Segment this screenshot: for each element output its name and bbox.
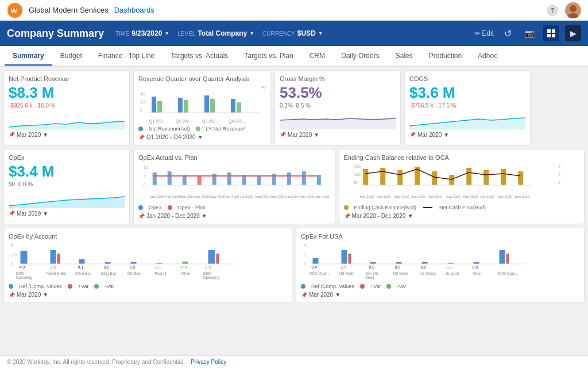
widget-row-3: OpEx by Account 5 2.5 0 4.0 2.5 0.1 <box>3 228 585 303</box>
opex-plan-legend: OpEx OpEx - Plan <box>138 205 330 210</box>
level-control[interactable]: LEVEL Total Company ▼ <box>177 29 254 37</box>
svg-text:Nov 2020: Nov 2020 <box>300 195 315 198</box>
tab-targets-actuals[interactable]: Targets vs. Actuals <box>163 47 236 66</box>
svg-rect-14 <box>184 100 188 113</box>
legend-cash-bud <box>344 205 349 210</box>
grid-view-button[interactable] <box>543 25 559 41</box>
svg-rect-18 <box>237 102 241 113</box>
revenue-quarter-legend: Net Revenue(Act) LY Net Revenue* <box>138 126 266 132</box>
svg-text:West: West <box>366 275 374 279</box>
revenue-quarter-title: Revenue Quarter over Quarter Analysis <box>138 75 266 82</box>
tab-crm[interactable]: CRM <box>301 47 333 66</box>
svg-text:120: 120 <box>354 172 361 177</box>
refresh-button[interactable]: ↺ <box>500 25 516 41</box>
time-label: TIME <box>115 30 129 37</box>
widget-revenue-quarter: Revenue Quarter over Quarter Analysis 40… <box>133 70 271 145</box>
svg-text:0.0: 0.0 <box>369 265 375 269</box>
svg-text:40: 40 <box>140 92 145 96</box>
ending-cash-filter[interactable]: 📌 Mar 2020 - Dec 2020 ▼ <box>344 213 579 219</box>
currency-control[interactable]: CURRENCY $USD ▼ <box>262 29 323 37</box>
dashboards-link[interactable]: Dashboards <box>114 6 154 14</box>
svg-text:0.0: 0.0 <box>130 265 136 269</box>
opex-usa-title: OpEx For USA <box>301 233 579 240</box>
tab-targets-plan[interactable]: Targets vs. Plan <box>236 47 301 66</box>
svg-rect-28 <box>168 171 172 185</box>
svg-rect-11 <box>152 97 156 113</box>
tab-sales[interactable]: Sales <box>388 47 421 66</box>
video-button[interactable]: ▶ <box>565 25 581 41</box>
svg-text:Office Exp: Office Exp <box>75 271 92 276</box>
level-value: Total Company <box>198 29 247 37</box>
svg-rect-15 <box>204 95 209 113</box>
opex-plan-filter[interactable]: 📌 Jan 2020 - Dec 2020 ▼ <box>138 213 330 219</box>
net-product-revenue-delta: -$926.6 k -10.0 % <box>9 102 125 109</box>
svg-rect-67 <box>518 171 523 185</box>
svg-rect-130 <box>506 254 509 264</box>
svg-text:6000: 6000 <box>203 271 212 275</box>
header-actions: ✏ Edit ↺ 📷 ▶ <box>475 25 581 41</box>
svg-rect-6 <box>547 34 551 37</box>
svg-text:160: 160 <box>354 164 361 168</box>
edit-button[interactable]: ✏ Edit <box>475 29 494 37</box>
svg-text:Mar 2020: Mar 2020 <box>180 195 195 198</box>
filter-dropdown-icon: ▼ <box>202 213 207 219</box>
widget-opex-by-account: OpEx by Account 5 2.5 0 4.0 2.5 0.1 <box>3 228 292 303</box>
filter-dropdown-icon: ▼ <box>42 132 48 138</box>
opex-chart <box>9 190 125 208</box>
widget-gross-margin: Gross Margin % 53.5% 0.2% 0.5 % 📌 Mar 20… <box>274 70 401 145</box>
company-name: Global Modern Services <box>29 6 109 14</box>
revenue-quarter-filter[interactable]: 📌 Q1 2020 - Q4 2020 ▼ <box>138 134 266 140</box>
tab-adhoc[interactable]: Adhoc <box>470 47 505 66</box>
opex-filter[interactable]: 📌 Mar 2019 ▼ <box>9 210 125 217</box>
legend-ref-comp-usa <box>301 284 305 289</box>
gross-margin-value: 53.5% <box>280 85 396 101</box>
legend-ref-comp <box>9 284 13 289</box>
svg-text:Aug 2020: Aug 2020 <box>446 195 461 198</box>
opex-value: $3.4 M <box>9 163 125 180</box>
footer-privacy-link[interactable]: Privacy Policy <box>191 359 226 365</box>
legend-neg-var-usa <box>386 284 391 289</box>
svg-text:Dec 2020: Dec 2020 <box>315 195 330 198</box>
svg-text:0.0: 0.0 <box>473 265 478 269</box>
svg-rect-30 <box>198 176 202 185</box>
gross-margin-filter[interactable]: 📌 Mar 2020 ▼ <box>280 132 396 138</box>
tab-production[interactable]: Production <box>421 47 470 66</box>
camera-button[interactable]: 📷 <box>521 25 537 41</box>
svg-text:6000 Oper...: 6000 Oper... <box>498 271 519 276</box>
help-icon[interactable]: ? <box>547 5 558 16</box>
svg-rect-38 <box>317 175 321 185</box>
legend-opex <box>138 205 143 210</box>
svg-text:Payroll: Payroll <box>155 271 167 276</box>
svg-rect-12 <box>157 101 162 113</box>
svg-rect-87 <box>79 259 85 264</box>
svg-rect-117 <box>349 254 351 264</box>
tab-summary[interactable]: Summary <box>5 47 52 66</box>
svg-text:Oct 2020: Oct 2020 <box>480 195 494 198</box>
tab-daily-orders[interactable]: Daily Orders <box>333 47 388 66</box>
svg-text:2: 2 <box>558 181 560 185</box>
header-controls: TIME 9/23/2020 ▼ LEVEL Total Company ▼ C… <box>115 29 323 37</box>
svg-text:Svc US: Svc US <box>366 271 378 275</box>
revenue-quarter-chart: 40 40 20 0 <box>138 85 266 125</box>
opex-account-filter[interactable]: 📌 Mar 2020 ▼ <box>9 292 287 298</box>
opex-usa-filter[interactable]: 📌 Mar 2020 ▼ <box>301 292 579 298</box>
svg-text:Jul 2020: Jul 2020 <box>240 195 253 198</box>
legend-neg-var <box>94 284 99 289</box>
svg-text:4: 4 <box>304 243 306 247</box>
cogs-filter[interactable]: 📌 Mar 2020 ▼ <box>409 132 525 138</box>
svg-text:Support: Support <box>446 271 459 276</box>
svg-text:Sep 2020: Sep 2020 <box>270 195 285 198</box>
widget-opex-plan: OpEx Actual vs. Plan 10 5 0 <box>133 149 335 224</box>
filter-icon: 📌 <box>280 132 286 137</box>
tab-budget[interactable]: Budget <box>52 47 90 66</box>
net-product-revenue-filter[interactable]: 📌 Mar 2020 ▼ <box>9 132 125 138</box>
net-product-revenue-chart <box>9 111 125 129</box>
time-control[interactable]: TIME 9/23/2020 ▼ <box>115 29 169 37</box>
filter-icon: 📌 <box>9 210 15 216</box>
opex-account-chart: 5 2.5 0 4.0 2.5 0.1 0.0 <box>9 242 287 282</box>
svg-point-3 <box>567 13 579 18</box>
avatar[interactable] <box>565 2 581 18</box>
filter-icon: 📌 <box>344 213 350 219</box>
svg-text:Oth Exp: Oth Exp <box>127 271 141 276</box>
tab-finance-top-line[interactable]: Finance - Top Line <box>90 47 163 66</box>
